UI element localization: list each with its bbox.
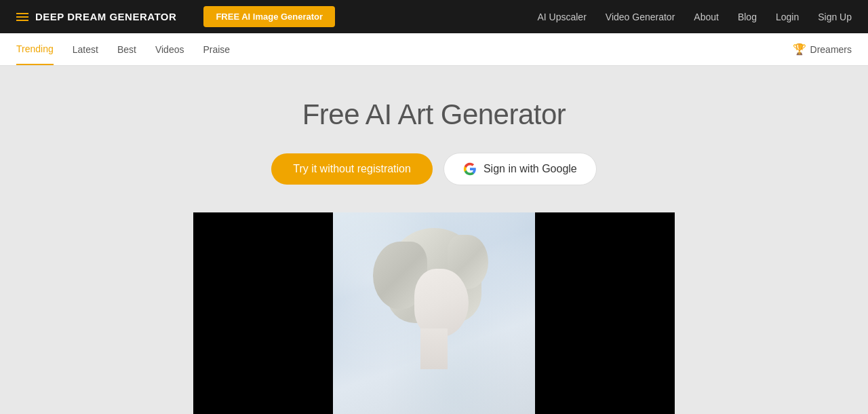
dreamers-link[interactable]: 🏆 Dreamers bbox=[793, 43, 852, 56]
center-artwork bbox=[333, 212, 535, 414]
subnav-latest[interactable]: Latest bbox=[73, 35, 98, 64]
left-black-panel bbox=[193, 212, 333, 414]
google-button-label: Sign in with Google bbox=[484, 163, 577, 175]
hero-section: Free AI Art Generator Try it without reg… bbox=[0, 66, 868, 414]
nav-link-blog[interactable]: Blog bbox=[738, 12, 757, 22]
site-logo[interactable]: DEEP DREAM GENERATOR bbox=[16, 11, 176, 22]
nav-link-signup[interactable]: Sign Up bbox=[818, 12, 852, 22]
nav-link-ai-upscaler[interactable]: AI Upscaler bbox=[537, 12, 586, 22]
figure-neck bbox=[420, 328, 448, 369]
try-without-registration-button[interactable]: Try it without registration bbox=[271, 153, 433, 185]
hero-title: Free AI Art Generator bbox=[302, 98, 566, 131]
figure-face bbox=[414, 269, 469, 337]
subnav-praise[interactable]: Praise bbox=[203, 35, 230, 64]
google-logo-icon bbox=[463, 162, 477, 176]
sub-nav: Trending Latest Best Videos Praise 🏆 Dre… bbox=[0, 33, 868, 66]
sign-in-with-google-button[interactable]: Sign in with Google bbox=[443, 153, 597, 185]
nav-link-video-generator[interactable]: Video Generator bbox=[606, 12, 675, 22]
hero-buttons: Try it without registration Sign in with… bbox=[271, 153, 597, 185]
subnav-trending[interactable]: Trending bbox=[16, 34, 54, 65]
right-black-panel bbox=[535, 212, 675, 414]
dreamers-label: Dreamers bbox=[810, 44, 852, 55]
sub-nav-links: Trending Latest Best Videos Praise bbox=[16, 34, 230, 65]
nav-link-about[interactable]: About bbox=[694, 12, 719, 22]
trophy-icon: 🏆 bbox=[793, 43, 806, 56]
hamburger-icon[interactable] bbox=[16, 13, 28, 21]
logo-text: DEEP DREAM GENERATOR bbox=[35, 11, 176, 22]
nav-link-login[interactable]: Login bbox=[776, 12, 799, 22]
nav-links: AI Upscaler Video Generator About Blog L… bbox=[537, 12, 852, 22]
free-ai-image-generator-button[interactable]: FREE AI Image Generator bbox=[203, 6, 335, 27]
subnav-videos[interactable]: Videos bbox=[155, 35, 184, 64]
hero-image bbox=[193, 212, 675, 414]
figure-silhouette bbox=[359, 228, 509, 414]
subnav-best[interactable]: Best bbox=[117, 35, 136, 64]
top-nav: DEEP DREAM GENERATOR FREE AI Image Gener… bbox=[0, 0, 868, 33]
